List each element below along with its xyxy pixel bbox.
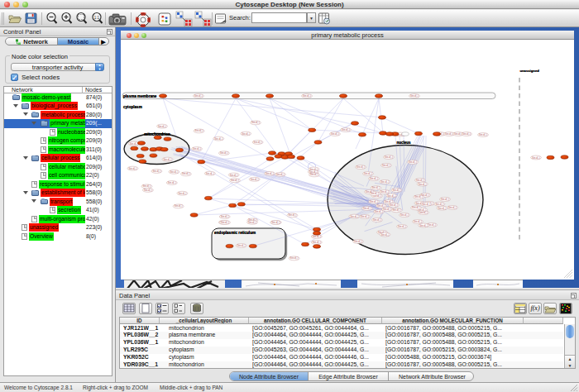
- svg-text:Site-d(..): Site-d(..): [271, 221, 280, 224]
- svg-text:Site-d(..): Site-d(..): [422, 203, 430, 206]
- svg-text:Site-d(..): Site-d(..): [383, 208, 391, 211]
- svg-text:Site-d(..): Site-d(..): [373, 218, 381, 222]
- svg-text:Site-d(..): Site-d(..): [448, 206, 457, 209]
- svg-text:Site-d(..): Site-d(..): [231, 179, 239, 182]
- svg-text:Site-d(..): Site-d(..): [288, 213, 296, 217]
- svg-text:Site-d(..): Site-d(..): [175, 204, 183, 208]
- svg-text:endoplasmic reticulum: endoplasmic reticulum: [214, 231, 256, 235]
- svg-text:Site-d(..): Site-d(..): [370, 200, 378, 203]
- svg-text:Site-d(..): Site-d(..): [266, 172, 274, 175]
- svg-text:Site-d(..): Site-d(..): [445, 132, 453, 136]
- svg-text:Site-d(..): Site-d(..): [377, 204, 385, 208]
- svg-text:Site-d(..): Site-d(..): [354, 240, 362, 243]
- svg-text:Site-d(..): Site-d(..): [380, 190, 389, 194]
- svg-text:Site-d(..): Site-d(..): [206, 172, 214, 175]
- svg-text:Site-d(..): Site-d(..): [409, 160, 417, 164]
- svg-text:Site-d(..): Site-d(..): [350, 215, 358, 218]
- svg-text:Site-d(..): Site-d(..): [414, 220, 422, 223]
- svg-text:Site-d(..): Site-d(..): [170, 170, 178, 174]
- svg-text:Site-d(..): Site-d(..): [194, 94, 203, 98]
- svg-text:Site-d(..): Site-d(..): [363, 207, 371, 210]
- svg-text:Site-d(..): Site-d(..): [143, 184, 151, 188]
- svg-text:Site-d(..): Site-d(..): [371, 192, 379, 195]
- svg-text:Site-d(..): Site-d(..): [387, 194, 395, 198]
- svg-text:Site-d(..): Site-d(..): [479, 133, 487, 136]
- svg-text:Site-d(..): Site-d(..): [385, 200, 393, 203]
- svg-text:Site-d(..): Site-d(..): [313, 235, 321, 238]
- svg-text:Site-d(..): Site-d(..): [129, 167, 137, 170]
- svg-text:Site-d(..): Site-d(..): [230, 174, 238, 177]
- svg-text:Site-d(..): Site-d(..): [342, 128, 350, 131]
- svg-text:Site-d(..): Site-d(..): [221, 221, 229, 224]
- svg-text:Site-d(..): Site-d(..): [313, 241, 321, 244]
- svg-text:Site-d(..): Site-d(..): [356, 165, 365, 169]
- svg-text:Site-d(..): Site-d(..): [254, 141, 262, 144]
- svg-text:Site-d(..): Site-d(..): [164, 158, 172, 161]
- svg-text:Site-d(..): Site-d(..): [178, 192, 186, 195]
- svg-text:cytoplasm: cytoplasm: [123, 105, 142, 109]
- svg-text:Site-d(..): Site-d(..): [251, 178, 259, 181]
- svg-text:Site-d(..): Site-d(..): [390, 203, 398, 207]
- svg-text:Site-d(..): Site-d(..): [382, 164, 390, 167]
- svg-text:Site-d(..): Site-d(..): [221, 215, 229, 218]
- svg-text:Site-d(..): Site-d(..): [220, 151, 228, 155]
- svg-text:Site-d(..): Site-d(..): [410, 94, 419, 98]
- svg-text:Site-d(..): Site-d(..): [214, 137, 223, 141]
- svg-text:Site-d(..): Site-d(..): [385, 155, 393, 159]
- svg-text:Site-d(..): Site-d(..): [130, 142, 138, 146]
- svg-text:Site-d(..): Site-d(..): [416, 179, 424, 182]
- svg-text:Site-d(..): Site-d(..): [419, 224, 428, 227]
- svg-text:Site-d(..): Site-d(..): [419, 183, 427, 186]
- svg-text:mitochondrion: mitochondrion: [144, 132, 170, 136]
- svg-text:plasma membrane: plasma membrane: [123, 94, 157, 98]
- svg-text:Site-d(..): Site-d(..): [310, 173, 318, 176]
- svg-text:Site-d(..): Site-d(..): [372, 186, 380, 189]
- svg-text:Site-d(..): Site-d(..): [195, 129, 203, 132]
- svg-text:Site-d(..): Site-d(..): [532, 156, 540, 160]
- svg-text:Site-d(..): Site-d(..): [242, 132, 250, 136]
- svg-text:Site-d(..): Site-d(..): [400, 213, 409, 217]
- svg-text:Site-d(..): Site-d(..): [248, 221, 256, 224]
- svg-text:Site-d(..): Site-d(..): [276, 173, 285, 176]
- svg-text:Site-d(..): Site-d(..): [412, 206, 420, 209]
- svg-text:Site-d(..): Site-d(..): [438, 207, 447, 210]
- svg-text:Site-d(..): Site-d(..): [158, 125, 166, 128]
- svg-text:Site-d(..): Site-d(..): [370, 177, 378, 180]
- svg-text:Site-d(..): Site-d(..): [414, 195, 423, 198]
- svg-text:Site-d(..): Site-d(..): [152, 170, 160, 173]
- svg-text:unassigned: unassigned: [520, 69, 540, 73]
- svg-text:Site-d(..): Site-d(..): [144, 189, 152, 192]
- svg-text:Site-d(..): Site-d(..): [331, 132, 339, 136]
- svg-text:1:1: 1:1: [94, 16, 100, 20]
- svg-text:Site-d(..): Site-d(..): [441, 198, 449, 201]
- svg-text:Site-d(..): Site-d(..): [375, 210, 383, 213]
- svg-text:Site-d(..): Site-d(..): [380, 233, 389, 237]
- svg-text:Site-d(..): Site-d(..): [380, 180, 389, 184]
- svg-text:Site-d(..): Site-d(..): [435, 203, 443, 206]
- svg-text:Site-d(..): Site-d(..): [182, 172, 190, 175]
- svg-text:Site-d(..): Site-d(..): [462, 132, 471, 136]
- svg-text:Site-d(..): Site-d(..): [393, 208, 401, 212]
- svg-text:Site-d(..): Site-d(..): [290, 256, 299, 260]
- svg-text:Site-d(..): Site-d(..): [392, 189, 400, 192]
- svg-text:Site-d(..): Site-d(..): [303, 94, 311, 98]
- svg-text:Site-d(..): Site-d(..): [168, 181, 176, 184]
- svg-text:Site-d(..): Site-d(..): [193, 147, 201, 151]
- svg-text:Site-d(..): Site-d(..): [398, 225, 406, 228]
- svg-text:Site-d(..): Site-d(..): [251, 121, 260, 124]
- svg-text:Site-d(..): Site-d(..): [364, 172, 372, 175]
- svg-text:nucleus: nucleus: [396, 141, 411, 145]
- svg-text:Site-d(..): Site-d(..): [361, 215, 369, 218]
- svg-text:Site-d(..): Site-d(..): [237, 244, 246, 247]
